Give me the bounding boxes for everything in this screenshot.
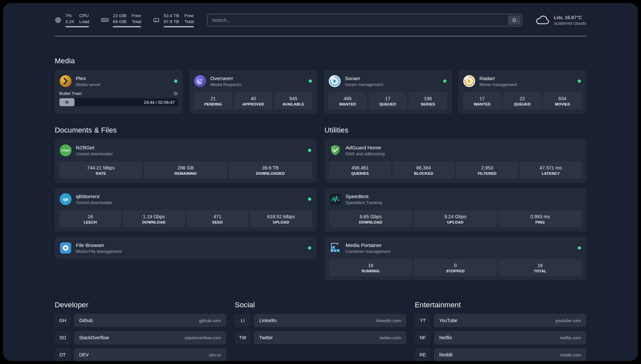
bookmark-name: Twitter bbox=[259, 335, 273, 340]
stat-value: 40 bbox=[251, 96, 256, 101]
bookmark-reddit[interactable]: RE Reddit reddit.com bbox=[415, 348, 586, 361]
stat-label: LATENCY bbox=[542, 171, 560, 175]
status-dot bbox=[308, 149, 311, 152]
bookmark-abbr: TW bbox=[235, 331, 251, 344]
section-documents: Documents & Files nzbget NZBGet U bbox=[55, 126, 317, 280]
plex-icon bbox=[59, 75, 72, 87]
memory-total-value: 64 GiB bbox=[113, 19, 126, 25]
cpu-load-label: Load bbox=[79, 19, 89, 25]
stat-label: RUNNING bbox=[361, 269, 380, 273]
memory-icon bbox=[101, 17, 109, 23]
stat-tile: 16 TOTAL bbox=[499, 259, 582, 276]
stat-tile: 0.993 ms PING bbox=[499, 210, 582, 228]
stat-value: 47.571 ms bbox=[539, 165, 562, 170]
stat-label: QUERIES bbox=[351, 171, 369, 175]
media-player-widget: Bullet Train bbox=[59, 91, 178, 106]
stat-value: 22 bbox=[520, 96, 525, 101]
stat-value: 945 bbox=[290, 96, 297, 101]
bookmark-url: linkedin.com bbox=[376, 318, 401, 323]
header-divider bbox=[55, 36, 586, 36]
stat-value: 196 bbox=[424, 96, 432, 101]
stat-tile: 2,953 FILTERED bbox=[456, 162, 518, 179]
stat-value: 834 bbox=[559, 96, 566, 101]
service-name: Media Portainer bbox=[346, 242, 390, 248]
stat-label: AVAILABLE bbox=[283, 102, 304, 106]
stat-label: PING bbox=[535, 220, 545, 224]
bookmark-stackoverflow[interactable]: SO StackOverflow stackoverflow.com bbox=[55, 331, 226, 344]
section-title-entertainment: Entertainment bbox=[415, 301, 586, 309]
service-link-sonarr[interactable]: Sonarr Series management bbox=[328, 74, 447, 88]
section-entertainment: Entertainment YT YouTube youtube.com NF … bbox=[415, 301, 586, 361]
disk-total-label: Total bbox=[184, 19, 194, 25]
stat-value: 1.19 Gbps bbox=[143, 214, 165, 219]
stat-label: SERIES bbox=[421, 102, 435, 106]
search-input[interactable] bbox=[207, 14, 522, 26]
status-dot bbox=[174, 79, 177, 83]
service-link-plex[interactable]: Plex Media server bbox=[59, 74, 178, 88]
stat-label: QUEUED bbox=[380, 102, 396, 106]
bookmark-abbr: GH bbox=[55, 314, 71, 327]
stat-tile: 16 LEECH bbox=[59, 210, 121, 228]
bookmark-youtube[interactable]: YT YouTube youtube.com bbox=[415, 314, 586, 327]
stat-value: 2,953 bbox=[481, 165, 493, 170]
resource-widget-cpu: 7% 3.24 CPU Load bbox=[55, 13, 89, 27]
weather-widget: Lviv, 16.87°C scattered clouds bbox=[535, 15, 586, 26]
pause-button[interactable] bbox=[59, 98, 75, 106]
service-link-speedtest[interactable]: Speedtest Speedtest Tracking bbox=[329, 192, 582, 206]
section-title-social: Social bbox=[235, 301, 406, 309]
stat-value: 0 bbox=[454, 263, 457, 268]
stat-tile: 47.571 ms LATENCY bbox=[520, 162, 582, 179]
filebrowser-icon bbox=[59, 242, 72, 254]
status-dot bbox=[578, 246, 581, 250]
bookmark-twitter[interactable]: TW Twitter twitter.com bbox=[235, 331, 406, 344]
service-link-adguard[interactable]: AdGuard Home DNS and adblocking bbox=[329, 143, 582, 158]
stat-tile: 1.19 Gbps DOWNLOAD bbox=[123, 210, 185, 228]
bookmark-name: LinkedIn bbox=[259, 318, 277, 323]
stat-tile: 618.52 Mbps UPLOAD bbox=[250, 210, 312, 228]
service-card-adguard: AdGuard Home DNS and adblocking 498,461 … bbox=[324, 139, 586, 183]
service-subtitle: Media server bbox=[76, 82, 101, 87]
stat-label: APPROVED bbox=[242, 102, 264, 106]
bookmark-url: github.com bbox=[199, 318, 221, 323]
disk-icon bbox=[153, 17, 160, 23]
stat-value: 17 bbox=[479, 96, 485, 101]
bookmark-github[interactable]: GH Github github.com bbox=[55, 314, 226, 327]
service-link-nzbget[interactable]: nzbget NZBGet Usenet downloader bbox=[59, 143, 312, 158]
stat-value: 266 GB bbox=[177, 165, 194, 170]
playback-bar[interactable]: 24:44 / 02:06:47 bbox=[59, 98, 178, 106]
settings-icon[interactable] bbox=[173, 91, 178, 96]
search-provider-button[interactable]: G bbox=[508, 15, 521, 25]
service-link-filebrowser[interactable]: File Browser Media File Management bbox=[59, 241, 312, 255]
stat-label: QUEUED bbox=[514, 102, 531, 106]
service-subtitle: Usenet downloader bbox=[76, 151, 113, 156]
status-dot bbox=[443, 79, 446, 83]
service-link-radarr[interactable]: Radarr Movie management bbox=[463, 74, 582, 88]
adguard-icon bbox=[329, 144, 342, 157]
cpu-usage-bar bbox=[65, 26, 89, 27]
portainer-icon bbox=[329, 242, 342, 254]
service-name: Overseerr bbox=[210, 76, 241, 81]
radarr-icon bbox=[463, 75, 475, 87]
bookmark-abbr: YT bbox=[415, 314, 431, 327]
bookmark-netflix[interactable]: NF Netflix netflix.com bbox=[415, 331, 586, 344]
stat-label: WANTED bbox=[474, 102, 491, 106]
service-link-qbittorrent[interactable]: qb qBittorrent Torrent downloader bbox=[59, 192, 312, 206]
resource-widget-memory: 22 GiB 64 GiB Free Total bbox=[101, 13, 141, 27]
bookmark-name: StackOverflow bbox=[79, 335, 109, 340]
service-name: Radarr bbox=[479, 76, 517, 81]
bookmark-dev[interactable]: DT DEV dev.to bbox=[55, 348, 226, 361]
memory-usage-bar bbox=[113, 26, 141, 27]
stat-label: DOWNLOADED bbox=[256, 171, 285, 175]
bookmark-linkedin[interactable]: LI LinkedIn linkedin.com bbox=[235, 314, 406, 327]
service-link-overseerr[interactable]: Overseerr Media Requests bbox=[194, 74, 313, 88]
stat-label: UPLOAD bbox=[273, 220, 289, 224]
service-link-portainer[interactable]: Media Portainer Container management bbox=[329, 241, 582, 255]
bookmark-url: youtube.com bbox=[556, 318, 581, 323]
stat-label: MOVIES bbox=[555, 102, 570, 106]
service-card-filebrowser: File Browser Media File Management bbox=[55, 237, 317, 259]
top-bar: 7% 3.24 CPU Load bbox=[55, 3, 586, 27]
service-subtitle: Movie management bbox=[479, 82, 517, 87]
stat-label: TOTAL bbox=[534, 269, 546, 273]
service-name: NZBGet bbox=[76, 145, 113, 151]
stat-value: 744.21 Mbps bbox=[87, 165, 115, 170]
